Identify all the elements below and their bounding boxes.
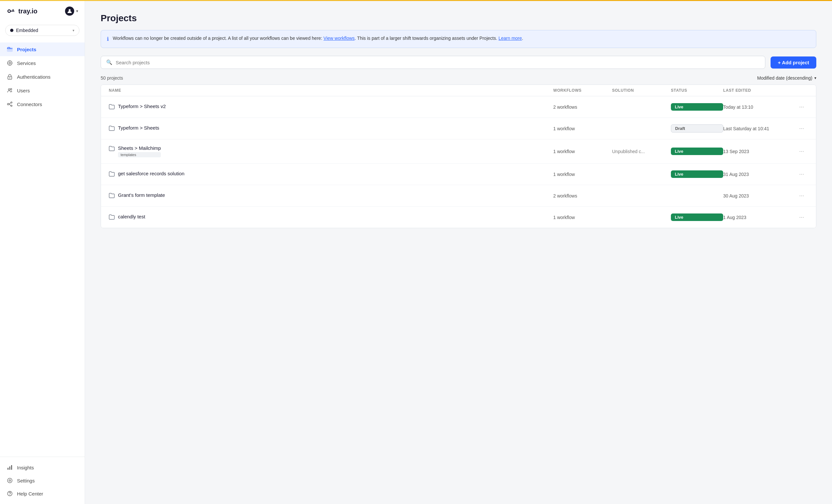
projects-icon [6, 46, 13, 53]
project-name-info: Typeform > Sheets v2 [118, 104, 166, 109]
learn-more-link[interactable]: Learn more [498, 35, 522, 41]
sidebar-item-label-projects: Projects [17, 47, 36, 52]
workspace-selector[interactable]: Embedded ▾ [5, 25, 79, 36]
table-row[interactable]: calendly test 1 workflow Live 1 Aug 2023… [101, 207, 816, 228]
workflows-cell: 1 workflow [553, 215, 612, 220]
user-area[interactable]: ▾ [65, 6, 78, 16]
project-name-cell: Sheets > Mailchimp templates [109, 145, 553, 157]
svg-rect-21 [9, 467, 10, 470]
svg-line-18 [9, 103, 11, 104]
user-chevron-icon: ▾ [76, 9, 78, 13]
more-options-button[interactable]: ··· [795, 169, 808, 179]
sort-chevron-icon: ▾ [814, 76, 816, 80]
add-project-button[interactable]: + Add project [771, 56, 816, 68]
sidebar-item-users[interactable]: Users [0, 84, 85, 97]
svg-rect-22 [11, 465, 12, 470]
page-title: Projects [101, 13, 816, 24]
table-row[interactable]: Typeform > Sheets 1 workflow Draft Last … [101, 118, 816, 139]
svg-point-0 [8, 10, 10, 12]
project-name-info: Typeform > Sheets [118, 125, 159, 131]
solution-cell: Unpublished c... [612, 149, 671, 154]
user-avatar [65, 6, 74, 16]
project-name-cell: get salesforce records solution [109, 171, 553, 178]
top-accent-bar [0, 0, 832, 1]
project-name: Typeform > Sheets v2 [118, 104, 166, 109]
more-options-button[interactable]: ··· [795, 213, 808, 222]
more-options-button[interactable]: ··· [795, 146, 808, 156]
sidebar-item-insights[interactable]: Insights [0, 461, 85, 474]
sidebar-item-help-center[interactable]: Help Center [0, 487, 85, 500]
last-edited-cell: Today at 13:10 [723, 105, 795, 110]
help-center-label: Help Center [17, 491, 43, 497]
info-text-2: . This is part of a larger shift towards… [355, 35, 498, 41]
col-name: NAME [109, 88, 553, 93]
workflows-cell: 1 workflow [553, 126, 612, 131]
main-content: Projects ℹ Workflows can no longer be cr… [85, 0, 832, 504]
svg-point-14 [10, 88, 12, 90]
status-badge [671, 195, 723, 197]
workspace-label: Embedded [16, 28, 70, 33]
help-center-icon [6, 490, 13, 497]
more-options-button[interactable]: ··· [795, 124, 808, 133]
sidebar-item-label-authentications: Authentications [17, 74, 51, 80]
project-name: get salesforce records solution [118, 171, 184, 176]
svg-point-17 [11, 105, 12, 106]
logo-icon [6, 6, 16, 16]
info-text-1: Workflows can no longer be created outsi… [113, 35, 323, 41]
status-badge: Draft [671, 124, 723, 133]
svg-rect-20 [7, 468, 8, 470]
sidebar-item-settings[interactable]: Settings [0, 474, 85, 487]
logo: tray.io [6, 6, 61, 16]
table-row[interactable]: get salesforce records solution 1 workfl… [101, 164, 816, 185]
info-banner: ℹ Workflows can no longer be created out… [101, 30, 816, 48]
project-name: Typeform > Sheets [118, 125, 159, 131]
project-name-cell: calendly test [109, 214, 553, 221]
table-row[interactable]: Grant's form template 2 workflows 30 Aug… [101, 185, 816, 207]
table-row[interactable]: Sheets > Mailchimp templates 1 workflow … [101, 139, 816, 164]
sidebar-item-services[interactable]: Services [0, 56, 85, 70]
project-name: calendly test [118, 214, 145, 219]
svg-point-15 [7, 104, 9, 105]
col-actions [795, 88, 808, 93]
folder-icon [109, 215, 115, 221]
project-name-cell: Grant's form template [109, 192, 553, 199]
folder-icon [109, 193, 115, 199]
sidebar-item-label-connectors: Connectors [17, 102, 42, 107]
more-options-button[interactable]: ··· [795, 191, 808, 200]
search-input[interactable] [116, 60, 760, 65]
workflows-cell: 2 workflows [553, 105, 612, 110]
authentications-icon [6, 74, 13, 80]
more-options-button[interactable]: ··· [795, 102, 808, 112]
info-text-3: . [522, 35, 523, 41]
svg-point-13 [8, 89, 10, 90]
info-banner-text: Workflows can no longer be created outsi… [113, 35, 523, 42]
sidebar-item-authentications[interactable]: Authentications [0, 70, 85, 84]
col-last-edited: LAST EDITED [723, 88, 795, 93]
project-name-info: Grant's form template [118, 192, 165, 198]
last-edited-cell: Last Saturday at 10:41 [723, 126, 795, 131]
projects-count: 50 projects [101, 76, 123, 81]
sidebar-item-projects[interactable]: Projects [0, 43, 85, 56]
last-edited-cell: 1 Aug 2023 [723, 215, 795, 220]
workflows-cell: 1 workflow [553, 149, 612, 154]
sidebar-bottom: Insights Settings Help Center [0, 457, 85, 504]
sort-control[interactable]: Modified date (descending) ▾ [757, 76, 816, 81]
status-badge: Live [671, 147, 723, 155]
sidebar-item-connectors[interactable]: Connectors [0, 97, 85, 111]
project-name-info: Sheets > Mailchimp templates [118, 145, 161, 157]
table-row[interactable]: Typeform > Sheets v2 2 workflows Live To… [101, 96, 816, 118]
col-solution: SOLUTION [612, 88, 671, 93]
info-icon: ℹ [107, 35, 109, 43]
status-badge: Live [671, 170, 723, 178]
svg-point-23 [7, 478, 12, 483]
project-name: Sheets > Mailchimp [118, 145, 161, 151]
project-name-info: get salesforce records solution [118, 171, 184, 176]
folder-icon [109, 126, 115, 132]
view-workflows-link[interactable]: View workflows [323, 35, 355, 41]
sidebar-item-label-services: Services [17, 60, 36, 66]
folder-icon [109, 104, 115, 111]
table-header: NAME WORKFLOWS SOLUTION STATUS LAST EDIT… [101, 85, 816, 96]
col-status: STATUS [671, 88, 723, 93]
project-name-info: calendly test [118, 214, 145, 219]
col-workflows: WORKFLOWS [553, 88, 612, 93]
